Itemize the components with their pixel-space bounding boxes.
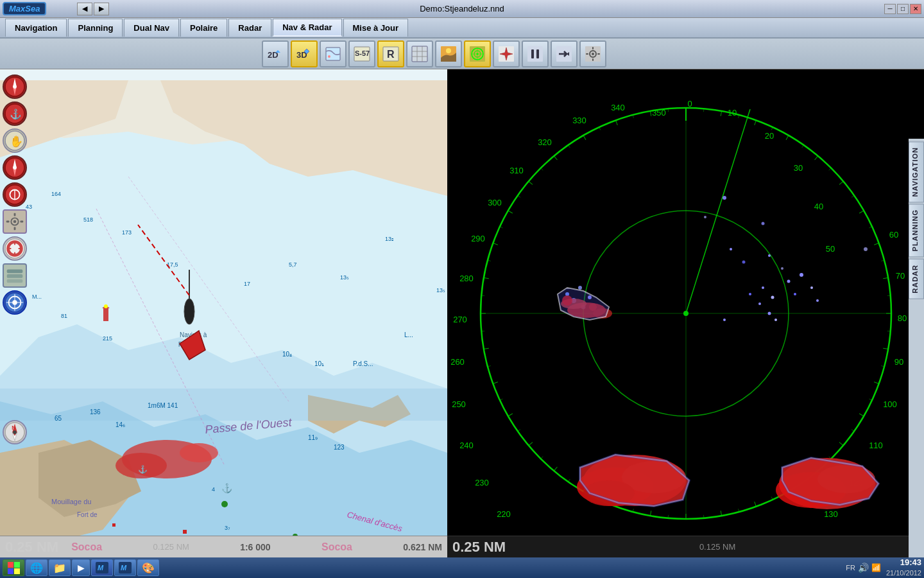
tool-compass[interactable] (3, 74, 27, 99)
svg-point-101 (13, 166, 17, 170)
svg-text:60: 60 (889, 230, 898, 240)
svg-point-73 (184, 299, 194, 324)
chart-location: Socoa (71, 541, 102, 553)
taskbar-maxsea1-button[interactable]: M (91, 559, 113, 576)
svg-text:123: 123 (334, 444, 345, 451)
svg-point-264 (774, 319, 777, 321)
taskbar: 🌐 📁 ▶ M M 🎨 FR 🔊 📶 19:43 21/10/2012 (0, 557, 924, 578)
minimize-button[interactable]: ─ (884, 4, 896, 14)
svg-text:290: 290 (471, 234, 485, 243)
svg-text:17: 17 (244, 281, 250, 287)
window-title: Demo:Stjeandeluz.nnd (420, 4, 504, 13)
tool-3d[interactable]: 3D (291, 40, 318, 67)
taskbar-maxsea2-button[interactable]: M (114, 559, 136, 576)
tool-chart[interactable] (320, 40, 346, 67)
svg-point-29 (592, 53, 594, 55)
svg-rect-38 (0, 389, 447, 421)
tool-arrow[interactable] (551, 40, 578, 67)
tool-anchor[interactable]: ⚓ (3, 101, 27, 126)
svg-text:300: 300 (488, 198, 502, 207)
taskbar-color-button[interactable]: 🎨 (137, 559, 159, 576)
svg-text:P.d.S...: P.d.S... (353, 360, 373, 367)
toolbar: 2D 3D S-57 R (0, 39, 924, 69)
maximize-button[interactable]: □ (897, 4, 909, 14)
window-controls[interactable]: ─ □ ✕ (884, 4, 921, 14)
svg-text:5,7: 5,7 (289, 261, 297, 268)
svg-text:M...: M... (32, 293, 42, 300)
tab-navradar[interactable]: Nav & Radar (273, 19, 341, 37)
sidebar-tab-navigation[interactable]: NAVIGATION (909, 141, 924, 202)
svg-text:13₂: 13₂ (385, 236, 394, 242)
tab-planning[interactable]: Planning (68, 19, 123, 37)
tool-grid[interactable] (406, 40, 433, 67)
svg-text:20: 20 (765, 131, 774, 141)
svg-text:65: 65 (55, 415, 62, 422)
svg-text:0: 0 (687, 99, 692, 109)
right-sidebar: NAVIGATION PLANNING RADAR (909, 139, 924, 557)
sidebar-tab-planning[interactable]: PLANNING (909, 204, 924, 257)
svg-rect-283 (8, 562, 13, 568)
svg-rect-78 (112, 523, 116, 527)
svg-rect-23 (531, 49, 534, 58)
tool-pause[interactable] (522, 40, 549, 67)
tool-target[interactable] (3, 290, 27, 315)
tool-r[interactable]: R (377, 40, 404, 67)
svg-point-246 (723, 196, 726, 200)
svg-text:250: 250 (452, 399, 466, 409)
svg-rect-2 (326, 48, 340, 60)
svg-rect-31 (592, 58, 594, 61)
taskbar-media-button[interactable]: ▶ (72, 559, 90, 576)
chart-distance: 0.621 NM (403, 542, 442, 552)
svg-point-107 (13, 220, 17, 223)
nav-arrows[interactable]: ◀ ▶ (77, 3, 109, 15)
tab-navigation[interactable]: Navigation (5, 19, 67, 37)
svg-point-3 (328, 55, 330, 58)
start-button[interactable] (3, 559, 24, 576)
tab-polaire[interactable]: Polaire (180, 19, 227, 37)
tool-layers[interactable] (3, 263, 27, 288)
tool-north[interactable]: N (3, 420, 27, 444)
taskbar-sys-tray: FR 🔊 📶 (842, 563, 885, 573)
sys-icons: 🔊 (858, 563, 869, 573)
nav-forward-button[interactable]: ▶ (94, 3, 109, 15)
tool-horizon[interactable] (435, 40, 462, 67)
sidebar-tab-radar[interactable]: RADAR (909, 259, 924, 299)
svg-point-258 (816, 299, 819, 302)
svg-point-14 (446, 48, 451, 53)
tab-miseajour[interactable]: Mise à Jour (343, 19, 409, 37)
svg-text:M: M (98, 564, 104, 572)
tool-radarring[interactable] (464, 40, 491, 67)
tool-circle[interactable] (3, 182, 27, 207)
svg-text:280: 280 (459, 274, 474, 283)
svg-text:Mouillage du: Mouillage du (51, 498, 91, 505)
tool-settings[interactable] (579, 40, 606, 67)
tool-hand[interactable]: ✋ (3, 128, 27, 153)
app-logo: MaxSea (3, 2, 46, 15)
tool-mark[interactable] (493, 40, 520, 67)
tool-lifering[interactable] (3, 236, 27, 261)
tab-dualnav[interactable]: Dual Nav (124, 19, 179, 37)
tool-compass2[interactable] (3, 155, 27, 180)
titlebar: MaxSea ◀ ▶ Demo:Stjeandeluz.nnd ─ □ ✕ (0, 0, 924, 18)
nav-back-button[interactable]: ◀ (77, 3, 92, 15)
radar-panel[interactable]: 350 0 10 20 30 40 50 60 70 80 (447, 69, 924, 557)
svg-point-249 (864, 247, 868, 251)
chart-panel[interactable]: Passe de l'Ouest Mouillage du Fort de Ch… (0, 69, 447, 557)
taskbar-folder-button[interactable]: 📁 (49, 559, 71, 576)
svg-rect-117 (7, 274, 23, 278)
svg-rect-109 (14, 227, 16, 231)
tab-radar[interactable]: Radar (228, 19, 271, 37)
svg-text:81: 81 (61, 313, 67, 319)
svg-text:100: 100 (883, 399, 897, 409)
close-button[interactable]: ✕ (910, 4, 921, 14)
svg-text:80: 80 (898, 313, 907, 323)
svg-text:70: 70 (896, 271, 905, 281)
taskbar-ie-button[interactable]: 🌐 (26, 559, 47, 576)
tool-2d[interactable]: 2D (262, 40, 289, 67)
svg-text:M: M (121, 564, 127, 572)
tool-s57[interactable]: S-57 (348, 40, 375, 67)
svg-text:220: 220 (497, 509, 511, 519)
tool-settings2[interactable] (3, 209, 27, 234)
svg-text:130: 130 (824, 509, 838, 519)
clock-date: 21/10/2012 (886, 568, 921, 577)
